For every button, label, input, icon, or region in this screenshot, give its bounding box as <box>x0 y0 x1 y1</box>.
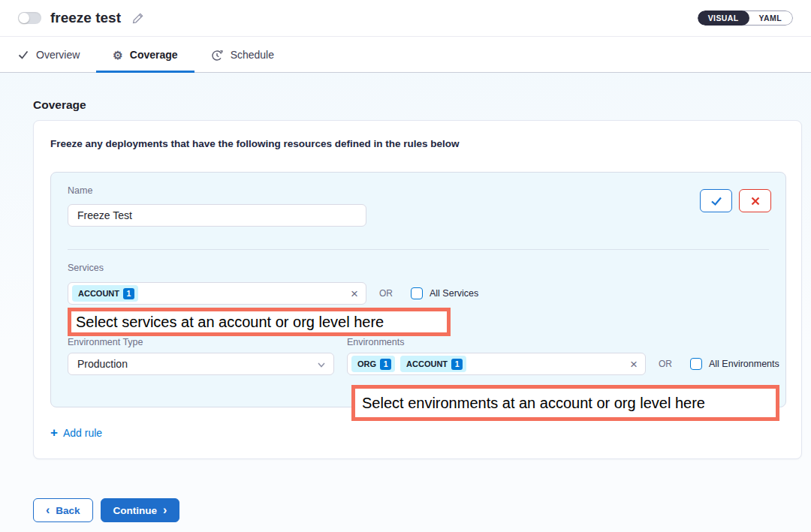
page-header: freeze test VISUAL YAML <box>0 0 811 37</box>
name-label: Name <box>68 185 92 196</box>
services-row: ACCOUNT 1 × OR All Services <box>68 282 478 305</box>
wizard-tabs: Overview ⚙ Coverage Schedule <box>0 38 811 73</box>
environments-tag-account[interactable]: ACCOUNT 1 <box>400 356 466 372</box>
tab-overview-label: Overview <box>36 49 80 61</box>
visual-yaml-toggle: VISUAL YAML <box>698 11 793 26</box>
schedule-clock-icon <box>211 49 224 62</box>
environments-annotation: Select environments at an account or org… <box>351 385 779 421</box>
all-environments-label: All Environments <box>709 359 779 369</box>
tab-schedule-label: Schedule <box>231 49 274 61</box>
all-services-label: All Services <box>430 288 478 299</box>
tag-count-badge: 1 <box>451 359 463 370</box>
environments-or-label: OR <box>659 359 672 369</box>
add-rule-button[interactable]: + Add rule <box>50 426 102 439</box>
rule-name-value: Freeze Test <box>77 209 132 221</box>
plus-icon: + <box>50 426 58 439</box>
tab-coverage-label: Coverage <box>130 49 178 61</box>
environment-type-label: Environment Type <box>68 337 143 347</box>
wizard-footer: ‹ Back Continue › <box>33 498 179 522</box>
all-environments-checkbox[interactable] <box>690 358 702 370</box>
services-label: Services <box>68 263 104 273</box>
tag-count-badge: 1 <box>380 359 391 370</box>
continue-button[interactable]: Continue › <box>101 498 180 522</box>
tab-coverage[interactable]: ⚙ Coverage <box>96 38 194 72</box>
chevron-right-icon: › <box>163 504 167 516</box>
chevron-down-icon <box>317 360 326 369</box>
chevron-left-icon: ‹ <box>46 504 50 516</box>
all-services-checkbox[interactable] <box>411 287 423 299</box>
tag-count-badge: 1 <box>123 288 134 299</box>
edit-name-icon[interactable] <box>131 11 145 25</box>
rule-name-input[interactable]: Freeze Test <box>68 204 366 227</box>
rule-actions <box>700 189 771 212</box>
add-rule-label: Add rule <box>63 427 102 439</box>
services-tag-account[interactable]: ACCOUNT 1 <box>72 285 138 302</box>
tag-scope: ORG <box>357 359 376 368</box>
services-multiselect[interactable]: ACCOUNT 1 × <box>68 282 366 305</box>
services-or-label: OR <box>379 288 393 299</box>
services-annotation: Select services at an account or org lev… <box>68 308 451 336</box>
environments-multiselect[interactable]: ORG 1 ACCOUNT 1 × <box>347 353 646 375</box>
services-clear-icon[interactable]: × <box>351 287 358 300</box>
back-button[interactable]: ‹ Back <box>33 498 93 522</box>
environment-type-value: Production <box>77 358 128 370</box>
tag-scope: ACCOUNT <box>78 289 119 298</box>
environments-row: ORG 1 ACCOUNT 1 × OR All Environments <box>347 353 779 375</box>
delete-rule-button[interactable] <box>739 189 771 212</box>
rule-divider <box>68 249 769 250</box>
gear-icon: ⚙ <box>113 50 122 61</box>
check-icon <box>17 49 29 61</box>
environments-clear-icon[interactable]: × <box>630 358 638 371</box>
continue-label: Continue <box>113 505 158 516</box>
coverage-description: Freeze any deployments that have the fol… <box>50 138 460 149</box>
confirm-rule-button[interactable] <box>700 189 732 212</box>
tab-schedule[interactable]: Schedule <box>194 38 291 72</box>
confirm-check-icon <box>710 195 723 207</box>
toggle-knob <box>19 13 29 23</box>
freeze-rule-panel: Name Freeze Test Services <box>50 172 786 407</box>
environment-type-select[interactable]: Production <box>68 353 334 375</box>
coverage-page: Coverage Freeze any deployments that hav… <box>0 73 811 532</box>
cancel-x-icon <box>750 196 761 206</box>
tag-scope: ACCOUNT <box>406 359 448 368</box>
environments-tag-org[interactable]: ORG 1 <box>351 356 395 372</box>
yaml-mode-button[interactable]: YAML <box>742 11 793 26</box>
freeze-enabled-toggle[interactable] <box>18 12 41 24</box>
page-title: Coverage <box>33 98 86 112</box>
freeze-title: freeze test <box>50 10 121 26</box>
visual-mode-button[interactable]: VISUAL <box>698 11 749 26</box>
environments-label: Environments <box>347 337 404 347</box>
coverage-card: Freeze any deployments that have the fol… <box>33 120 802 459</box>
back-label: Back <box>56 505 80 516</box>
tab-overview[interactable]: Overview <box>1 38 96 72</box>
